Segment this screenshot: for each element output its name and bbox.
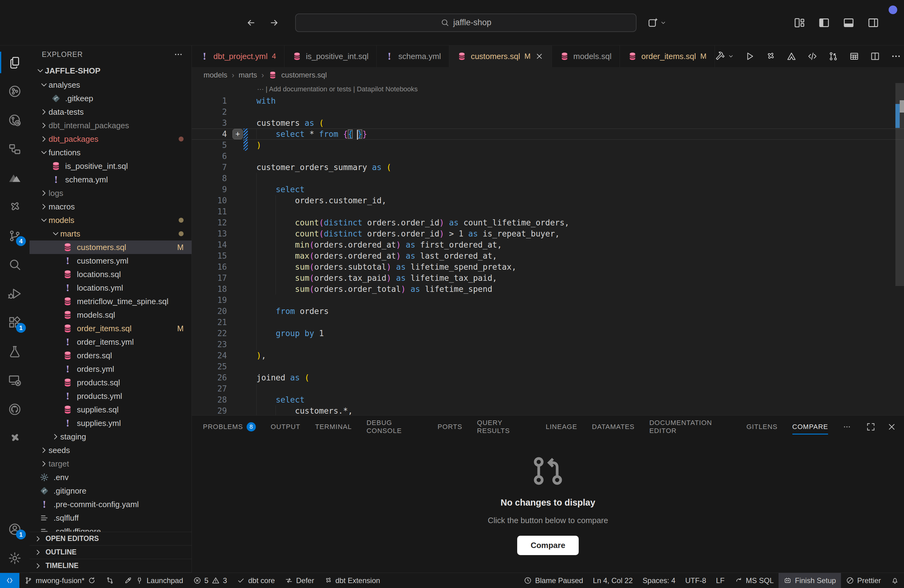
compare-button[interactable]: Compare	[517, 536, 579, 555]
panel-tab-terminal[interactable]: TERMINAL	[315, 416, 352, 438]
tree-item-schema-yml[interactable]: !schema.yml	[30, 173, 191, 187]
code-line-25[interactable]: 25	[192, 361, 904, 372]
tab-models-sql[interactable]: models.sql	[552, 46, 620, 67]
tree-item-macros[interactable]: macros	[30, 200, 191, 213]
code-line-8[interactable]: 8	[192, 173, 904, 184]
editor-action-dbt-x-icon[interactable]	[765, 51, 776, 62]
code-line-1[interactable]: 1with	[192, 95, 904, 106]
tree-item-functions[interactable]: functions	[30, 146, 191, 159]
toggle-sidebar-icon[interactable]	[818, 17, 830, 29]
editor-action-split-icon[interactable]	[870, 51, 880, 62]
activity-remote-explorer-icon[interactable]	[0, 366, 30, 395]
code-line-18[interactable]: 18 sum(orders.order_total) as lifetime_s…	[192, 283, 904, 295]
maximize-panel-icon[interactable]	[866, 422, 876, 432]
editor-action-git-pr-icon[interactable]	[828, 51, 839, 62]
code-line-7[interactable]: 7customer_orders_summary as (	[192, 162, 904, 173]
code-line-24[interactable]: 24),	[192, 350, 904, 361]
code-line-19[interactable]: 19	[192, 295, 904, 306]
code-line-27[interactable]: 27	[192, 383, 904, 394]
tree-item-orders-sql[interactable]: orders.sql	[30, 349, 191, 362]
close-panel-icon[interactable]	[887, 422, 897, 432]
activity-git-graph-at-icon[interactable]	[0, 106, 30, 135]
tree-item-locations-yml[interactable]: !locations.yml	[30, 281, 191, 295]
panel-tab-documentation-editor[interactable]: DOCUMENTATION EDITOR	[650, 416, 732, 438]
tree-item-target[interactable]: target	[30, 457, 191, 471]
back-arrow-icon[interactable]	[246, 17, 256, 28]
panel-tab-gitlens[interactable]: GITLENS	[746, 416, 777, 438]
editor-action-table-icon[interactable]	[849, 51, 860, 62]
panel-tab-lineage[interactable]: LINEAGE	[546, 416, 577, 438]
tree-item-products-sql[interactable]: products.sql	[30, 376, 191, 389]
tab-customers-sql[interactable]: customers.sqlM	[449, 46, 552, 67]
sidebar-section-open-editors[interactable]: OPEN EDITORS	[30, 532, 191, 545]
status-finish-setup[interactable]: Finish Setup	[779, 573, 841, 588]
tree-item-metricflow-time-spine-sql[interactable]: metricflow_time_spine.sql	[30, 295, 191, 308]
code-line-3[interactable]: 3customers as (	[192, 117, 904, 128]
code-line-16[interactable]: 16 sum(orders.subtotal) as lifetime_spen…	[192, 261, 904, 272]
activity-settings-gear-icon[interactable]	[0, 544, 30, 573]
tree-item--env[interactable]: .env	[30, 471, 191, 484]
code-line-22[interactable]: 22 group by 1	[192, 328, 904, 339]
activity-flowchart-icon[interactable]	[0, 135, 30, 164]
forward-arrow-icon[interactable]	[269, 17, 279, 28]
code-line-5[interactable]: 5)	[192, 140, 904, 151]
tree-item-is-positive-int-sql[interactable]: is_positive_int.sql	[30, 159, 191, 173]
code-line-2[interactable]: 2	[192, 106, 904, 117]
editor-action-chev-d-sm-icon[interactable]	[728, 53, 734, 59]
tab-schema-yml[interactable]: !schema.yml	[377, 46, 449, 67]
tree-item-analyses[interactable]: analyses	[30, 78, 191, 92]
code-line-20[interactable]: 20 from orders	[192, 306, 904, 317]
code-line-12[interactable]: 12 count(distinct orders.order_id) as co…	[192, 217, 904, 228]
code-line-13[interactable]: 13 count(distinct orders.order_id) > 1 a…	[192, 228, 904, 239]
sidebar-section-timeline[interactable]: TIMELINE	[30, 559, 191, 573]
panel-tab-output[interactable]: OUTPUT	[270, 416, 300, 438]
status-cursor-position[interactable]: Ln 4, Col 22	[588, 573, 637, 588]
tree-item-data-tests[interactable]: data-tests	[30, 105, 191, 119]
editor-action-datapilot-icon[interactable]	[786, 51, 797, 62]
editor-action-play-icon[interactable]	[744, 51, 755, 62]
status-dbt-extension-status[interactable]: dbt Extension	[319, 573, 385, 588]
status-remote-indicator[interactable]	[0, 573, 19, 588]
status-language-mode[interactable]: MS SQL	[730, 573, 779, 588]
tree-item-staging[interactable]: staging	[30, 430, 191, 443]
tree-item-customers-yml[interactable]: !customers.yml	[30, 254, 191, 267]
status-indentation[interactable]: Spaces: 4	[638, 573, 680, 588]
tree-item-order-items-yml[interactable]: !order_items.yml	[30, 335, 191, 349]
code-line-15[interactable]: 15 max(orders.ordered_at) as last_ordere…	[192, 250, 904, 261]
tree-item-dbt-internal-packages[interactable]: dbt_internal_packages	[30, 119, 191, 132]
tree-item-orders-yml[interactable]: !orders.yml	[30, 362, 191, 376]
activity-extensions-icon[interactable]: 1	[0, 308, 30, 337]
status-dbt-core-status[interactable]: dbt core	[232, 573, 280, 588]
code-line-17[interactable]: 17 sum(orders.tax_paid) as lifetime_tax_…	[192, 272, 904, 283]
breadcrumb-segment[interactable]: models	[204, 71, 227, 79]
breadcrumb-segment[interactable]: customers.sql	[281, 71, 327, 79]
status-eol[interactable]: LF	[711, 573, 730, 588]
editor-action-code-icon[interactable]	[807, 51, 818, 62]
tab-order-items-sql[interactable]: order_items.sqlM	[620, 46, 715, 67]
activity-datapilot-mountain-icon[interactable]	[0, 164, 30, 193]
tree-item-models-sql[interactable]: models.sql	[30, 308, 191, 322]
status-problems-status[interactable]: 53	[188, 573, 232, 588]
tree-item-models[interactable]: models	[30, 213, 191, 227]
panel-tab-problems[interactable]: PROBLEMS8	[203, 416, 256, 438]
activity-beaker-icon[interactable]	[0, 337, 30, 366]
breadcrumb-segment[interactable]: marts	[239, 71, 257, 79]
activity-dbt-x-filled-icon[interactable]	[0, 424, 30, 453]
panel-tab-ports[interactable]: PORTS	[438, 416, 462, 438]
add-button[interactable]: +	[232, 129, 243, 139]
code-line-23[interactable]: 23	[192, 339, 904, 350]
customize-layout-icon[interactable]	[793, 17, 806, 29]
tab-dbt-project-yml[interactable]: !dbt_project.yml4	[192, 46, 284, 67]
tree-root[interactable]: JAFFLE-SHOP	[30, 63, 191, 78]
more-actions-icon[interactable]	[174, 50, 183, 59]
status-git-branch-status[interactable]: mwong-fusion*	[19, 573, 101, 588]
code-line-6[interactable]: 6	[192, 151, 904, 162]
status-defer-status[interactable]: Defer	[280, 573, 319, 588]
code-line-21[interactable]: 21	[192, 317, 904, 328]
activity-git-graph-circle-icon[interactable]	[0, 77, 30, 106]
code-line-29[interactable]: 29 customers.*,	[192, 405, 904, 415]
status-launchpad-status[interactable]: Launchpad	[119, 573, 188, 588]
tree-item--gitignore[interactable]: .gitignore	[30, 484, 191, 498]
tree-item--pre-commit-config-yaml[interactable]: !.pre-commit-config.yaml	[30, 498, 191, 511]
code-line-26[interactable]: 26joined as (	[192, 372, 904, 383]
